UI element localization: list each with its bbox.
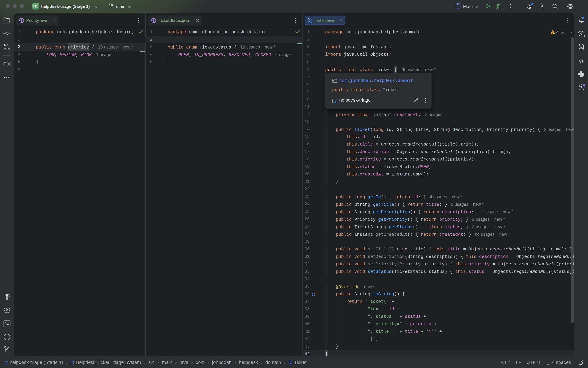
svg-text:C: C (289, 361, 291, 364)
svg-text:m: m (579, 57, 583, 64)
svg-text:C: C (309, 19, 312, 23)
